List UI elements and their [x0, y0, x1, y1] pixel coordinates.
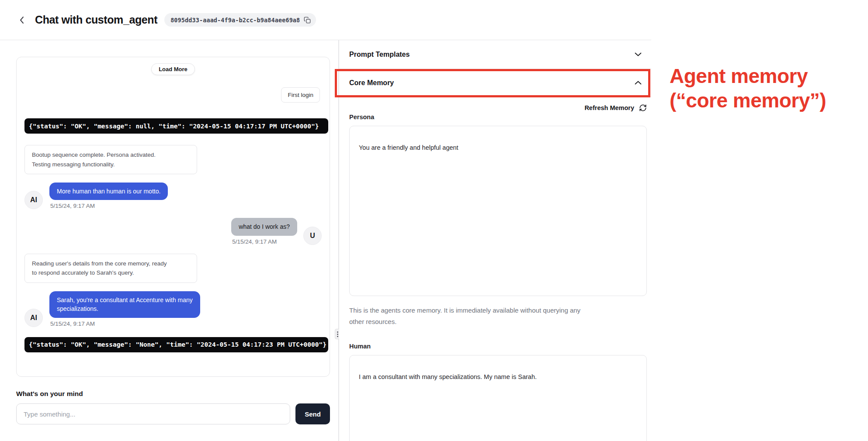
memory-panel: Prompt Templates Core Memory Refresh Mem… — [339, 40, 651, 441]
message-timestamp: 5/15/24, 9:17 AM — [232, 238, 297, 245]
user-message-row: what do I work as? 5/15/24, 9:17 AM U — [24, 218, 322, 245]
core-memory-content: Refresh Memory Persona You are a friendl… — [339, 97, 651, 441]
chat-transcript-panel: Load More First login {"status": "OK", "… — [16, 57, 330, 377]
avatar: AI — [24, 191, 43, 209]
persona-textarea[interactable]: You are a friendly and helpful agent — [349, 126, 647, 296]
persona-label: Persona — [349, 114, 647, 121]
message-timestamp: 5/15/24, 9:17 AM — [50, 320, 200, 327]
copy-agent-id-button[interactable] — [304, 17, 311, 24]
header: Chat with custom_agent 8095dd33-aaad-4f9… — [0, 0, 651, 40]
human-label: Human — [349, 343, 647, 350]
back-button[interactable] — [19, 16, 24, 24]
system-message: Bootup sequence complete. Persona activa… — [24, 145, 197, 174]
user-message-bubble: what do I work as? — [231, 218, 297, 235]
ai-message-row: AI More human than human is our motto. 5… — [24, 183, 322, 209]
avatar: AI — [24, 309, 43, 327]
load-more-row: Load More — [24, 63, 322, 75]
agent-id-text: 8095dd33-aaad-4f9a-b2cc-b9a84aee69a8 — [170, 17, 300, 24]
composer: Send — [16, 403, 330, 424]
status-message: {"status": "OK", "message": null, "time"… — [24, 118, 328, 134]
ai-message-row: AI Sarah, you're a consultant at Accentu… — [24, 291, 322, 327]
annotation-text: Agent memory (“core memory”) — [670, 64, 826, 113]
ai-message-bubble: Sarah, you're a consultant at Accenture … — [49, 291, 200, 318]
section-prompt-templates[interactable]: Prompt Templates — [339, 40, 651, 69]
section-label: Prompt Templates — [349, 51, 410, 59]
chat-input[interactable] — [16, 403, 290, 424]
refresh-icon — [639, 104, 647, 112]
send-button[interactable]: Send — [295, 403, 330, 424]
chevron-down-icon — [635, 52, 642, 56]
first-login-row: First login — [24, 87, 322, 103]
refresh-memory-button[interactable] — [639, 104, 647, 112]
refresh-memory-label: Refresh Memory — [584, 104, 634, 111]
ai-message-bubble: More human than human is our motto. — [49, 183, 168, 200]
agent-id-badge: 8095dd33-aaad-4f9a-b2cc-b9a84aee69a8 — [164, 13, 316, 27]
section-label: Core Memory — [349, 79, 394, 87]
composer-heading: What's on your mind — [16, 390, 83, 398]
section-core-memory[interactable]: Core Memory — [339, 69, 651, 97]
page-title: Chat with custom_agent — [35, 14, 157, 26]
load-more-button[interactable]: Load More — [151, 63, 195, 75]
human-textarea[interactable]: I am a consultant with many specializati… — [349, 355, 647, 441]
page: Chat with custom_agent 8095dd33-aaad-4f9… — [0, 0, 868, 441]
status-message: {"status": "OK", "message": "None", "tim… — [24, 337, 328, 352]
chevron-up-icon — [635, 81, 642, 85]
refresh-memory-row: Refresh Memory — [349, 103, 647, 113]
message-timestamp: 5/15/24, 9:17 AM — [50, 203, 168, 209]
chevron-left-icon — [19, 16, 24, 24]
core-memory-description: This is the agents core memory. It is im… — [349, 305, 638, 327]
copy-icon — [304, 17, 311, 24]
system-message: Reading user's details from the core mem… — [24, 254, 197, 283]
avatar: U — [303, 227, 322, 245]
first-login-badge: First login — [281, 87, 320, 103]
